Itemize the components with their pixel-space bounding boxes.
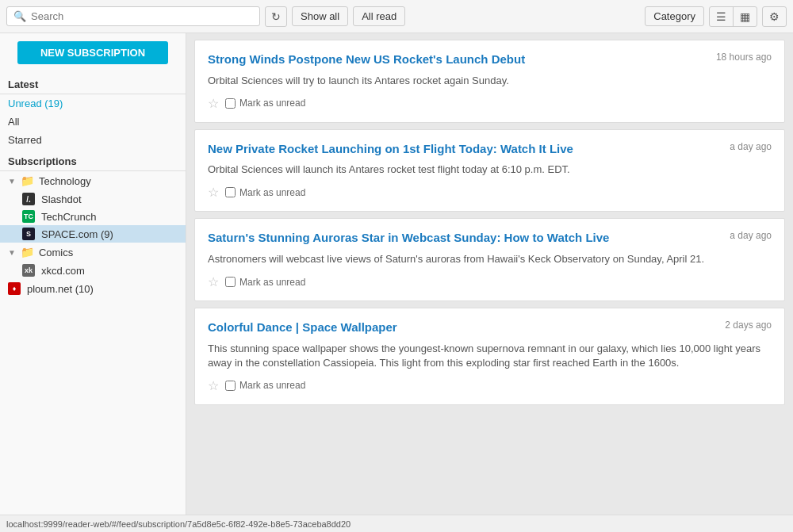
mark-unread-checkbox[interactable] xyxy=(225,187,236,197)
article-title: Colorful Dance | Space Wallpaper xyxy=(208,320,709,335)
article-title: New Private Rocket Launching on 1st Flig… xyxy=(208,141,714,157)
status-url: localhost:9999/reader-web/#/feed/subscri… xyxy=(6,519,351,529)
article-summary: Astronomers will webcast live views of S… xyxy=(208,252,772,266)
refresh-button[interactable]: ↻ xyxy=(265,6,287,27)
article-card[interactable]: Strong Winds Postpone New US Rocket's La… xyxy=(194,40,785,123)
ploum-icon: ♦ xyxy=(8,282,21,295)
star-button[interactable]: ☆ xyxy=(208,274,219,289)
article-actions: ☆ Mark as unread xyxy=(208,185,772,200)
all-read-button[interactable]: All read xyxy=(353,6,405,26)
mark-unread-label[interactable]: Mark as unread xyxy=(225,277,305,288)
article-header: New Private Rocket Launching on 1st Flig… xyxy=(208,141,772,157)
mark-unread-text: Mark as unread xyxy=(239,187,305,198)
folder-icon-comics: 📁 xyxy=(21,246,34,258)
mark-unread-label[interactable]: Mark as unread xyxy=(225,187,305,198)
techcrunch-label: TechCrunch xyxy=(41,211,96,223)
topbar: 🔍 ↻ Show all All read Category ☰ ▦ ⚙ xyxy=(0,0,793,33)
settings-button[interactable]: ⚙ xyxy=(762,6,787,27)
star-button[interactable]: ☆ xyxy=(208,185,219,200)
slashdot-icon: /. xyxy=(22,193,35,205)
article-summary: This stunning space wallpaper shows the … xyxy=(208,342,772,370)
article-header: Strong Winds Postpone New US Rocket's La… xyxy=(208,52,772,67)
mark-unread-label[interactable]: Mark as unread xyxy=(225,380,305,391)
mark-unread-checkbox[interactable] xyxy=(225,277,236,287)
starred-label: Starred xyxy=(8,134,42,146)
article-title: Strong Winds Postpone New US Rocket's La… xyxy=(208,52,700,67)
expand-icon: ▼ xyxy=(8,177,16,186)
xkcd-label: xkcd.com xyxy=(41,265,85,277)
star-button[interactable]: ☆ xyxy=(208,378,219,393)
grid-view-button[interactable]: ▦ xyxy=(734,7,757,26)
latest-section-title: Latest xyxy=(0,72,186,94)
sidebar-item-space[interactable]: S SPACE.com (9) xyxy=(0,225,186,243)
article-time: a day ago xyxy=(730,141,772,152)
category-button[interactable]: Category xyxy=(645,6,704,26)
search-input[interactable] xyxy=(31,10,253,22)
all-label: All xyxy=(8,116,19,128)
content-area: Strong Winds Postpone New US Rocket's La… xyxy=(186,33,793,515)
list-view-button[interactable]: ☰ xyxy=(710,7,734,26)
mark-unread-label[interactable]: Mark as unread xyxy=(225,98,305,109)
search-icon: 🔍 xyxy=(13,10,26,22)
article-actions: ☆ Mark as unread xyxy=(208,274,772,289)
sidebar: NEW SUBSCRIPTION Latest Unread (19) All … xyxy=(0,33,186,515)
main-layout: NEW SUBSCRIPTION Latest Unread (19) All … xyxy=(0,33,793,515)
sidebar-item-slashdot[interactable]: /. Slashdot xyxy=(0,190,186,208)
sidebar-item-starred[interactable]: Starred xyxy=(0,131,186,149)
search-box: 🔍 xyxy=(6,6,260,26)
article-actions: ☆ Mark as unread xyxy=(208,378,772,393)
article-title: Saturn's Stunning Auroras Star in Webcas… xyxy=(208,230,714,246)
sidebar-item-ploum[interactable]: ♦ ploum.net (10) xyxy=(0,279,186,298)
sidebar-item-all[interactable]: All xyxy=(0,113,186,131)
article-card[interactable]: Colorful Dance | Space Wallpaper 2 days … xyxy=(194,308,785,405)
comics-label: Comics xyxy=(39,247,73,258)
article-header: Colorful Dance | Space Wallpaper 2 days … xyxy=(208,320,772,335)
article-time: a day ago xyxy=(730,230,772,241)
ploum-label: ploum.net (10) xyxy=(27,283,94,295)
mark-unread-checkbox[interactable] xyxy=(225,381,236,391)
view-toggle: ☰ ▦ xyxy=(709,6,757,27)
article-summary: Orbital Sciences will launch its Antares… xyxy=(208,163,772,177)
article-card[interactable]: Saturn's Stunning Auroras Star in Webcas… xyxy=(194,218,785,301)
article-header: Saturn's Stunning Auroras Star in Webcas… xyxy=(208,230,772,246)
sidebar-item-technology[interactable]: ▼ 📁 Technology xyxy=(0,171,186,190)
mark-unread-checkbox[interactable] xyxy=(225,98,236,109)
sidebar-item-unread[interactable]: Unread (19) xyxy=(0,94,186,113)
mark-unread-text: Mark as unread xyxy=(239,380,305,391)
space-label: SPACE.com (9) xyxy=(41,228,113,240)
technology-label: Technology xyxy=(39,175,91,187)
folder-icon: 📁 xyxy=(21,174,34,187)
status-bar: localhost:9999/reader-web/#/feed/subscri… xyxy=(0,515,793,532)
article-time: 18 hours ago xyxy=(716,52,772,63)
article-card[interactable]: New Private Rocket Launching on 1st Flig… xyxy=(194,129,785,212)
mark-unread-text: Mark as unread xyxy=(239,277,305,288)
new-subscription-button[interactable]: NEW SUBSCRIPTION xyxy=(17,41,168,64)
show-all-button[interactable]: Show all xyxy=(292,6,348,26)
xkcd-icon: xk xyxy=(22,264,35,277)
article-summary: Orbital Sciences will try to launch its … xyxy=(208,74,772,88)
subscriptions-section-title: Subscriptions xyxy=(0,149,186,171)
slashdot-label: Slashdot xyxy=(41,193,82,205)
sidebar-item-comics[interactable]: ▼ 📁 Comics xyxy=(0,243,186,262)
techcrunch-icon: TC xyxy=(22,210,35,223)
expand-icon-comics: ▼ xyxy=(8,248,16,257)
sidebar-item-xkcd[interactable]: xk xkcd.com xyxy=(0,262,186,279)
article-time: 2 days ago xyxy=(725,320,772,331)
sidebar-item-techcrunch[interactable]: TC TechCrunch xyxy=(0,208,186,225)
unread-label: Unread (19) xyxy=(8,98,63,109)
mark-unread-text: Mark as unread xyxy=(239,98,305,109)
space-icon: S xyxy=(22,228,35,240)
article-actions: ☆ Mark as unread xyxy=(208,96,772,111)
star-button[interactable]: ☆ xyxy=(208,96,219,111)
